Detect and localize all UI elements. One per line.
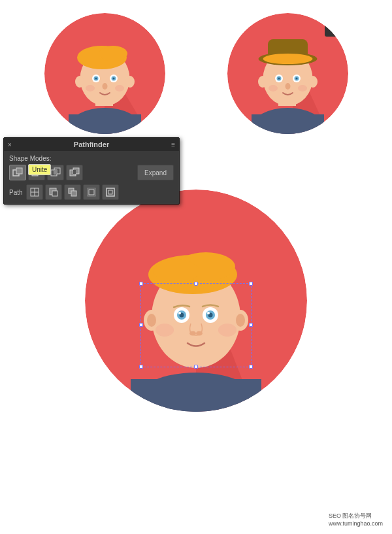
- svg-point-29: [308, 76, 318, 88]
- svg-point-71: [147, 314, 156, 327]
- svg-point-16: [102, 83, 107, 90]
- svg-rect-45: [54, 170, 57, 174]
- outline-icon: [105, 187, 116, 197]
- intersect-icon: [50, 167, 61, 178]
- cursor-icon-badge: ⌖: [325, 18, 343, 37]
- avatar-top-right: ⌖: [227, 13, 348, 134]
- svg-point-14: [95, 78, 97, 80]
- svg-point-83: [155, 324, 174, 337]
- svg-point-72: [236, 314, 245, 327]
- watermark-url: www.tuminghao.com: [329, 520, 383, 527]
- divide-icon: [29, 187, 40, 197]
- crop-icon: [86, 187, 97, 197]
- svg-point-18: [115, 85, 124, 92]
- exclude-button[interactable]: [66, 165, 83, 180]
- svg-point-17: [86, 85, 95, 92]
- avatar-top-left-svg: [44, 13, 165, 134]
- watermark-text: SEO 图名协号网: [329, 512, 372, 519]
- panel-body: Shape Modes: Unite: [4, 151, 179, 204]
- unite-icon: [12, 167, 23, 178]
- unite-button[interactable]: Unite: [9, 165, 26, 180]
- svg-rect-59: [108, 190, 112, 194]
- pathfinders-row: Path: [9, 184, 174, 200]
- exclude-icon: [69, 167, 80, 178]
- svg-point-28: [258, 76, 267, 88]
- panel-titlebar: × Pathfinder ≡: [4, 138, 179, 151]
- shape-modes-row: Unite: [9, 165, 174, 180]
- svg-point-79: [178, 312, 181, 314]
- svg-point-82: [196, 331, 203, 336]
- svg-point-84: [218, 324, 237, 337]
- expand-button[interactable]: Expand: [137, 165, 174, 180]
- svg-point-37: [269, 85, 278, 92]
- avatar-top-left: [44, 13, 165, 134]
- panel-menu-icon[interactable]: ≡: [171, 141, 175, 148]
- svg-point-9: [125, 76, 135, 88]
- crop-button[interactable]: [83, 184, 100, 200]
- svg-rect-58: [106, 188, 114, 196]
- pathfinders-label: Path: [9, 189, 23, 196]
- trim-button[interactable]: [45, 184, 62, 200]
- svg-point-36: [285, 83, 290, 90]
- svg-rect-56: [89, 190, 94, 195]
- svg-point-15: [112, 78, 114, 80]
- outline-button[interactable]: [102, 184, 119, 200]
- divide-button[interactable]: [26, 184, 43, 200]
- svg-rect-40: [16, 168, 22, 174]
- tooltip-unite: Unite: [28, 164, 51, 175]
- cursor-icon: ⌖: [331, 22, 336, 33]
- svg-rect-48: [73, 170, 76, 174]
- svg-rect-3: [69, 114, 141, 134]
- svg-point-80: [207, 312, 210, 314]
- svg-rect-53: [52, 191, 57, 196]
- svg-point-27: [263, 54, 312, 64]
- shape-modes-label: Shape Modes:: [9, 155, 174, 162]
- watermark: SEO 图名协号网 www.tuminghao.com: [325, 510, 387, 529]
- top-section: ⌖: [0, 0, 392, 144]
- trim-icon: [48, 187, 59, 197]
- svg-point-38: [298, 85, 307, 92]
- avatar-bottom-svg: [85, 190, 307, 412]
- merge-button[interactable]: [64, 184, 81, 200]
- panel-close-icon[interactable]: ×: [8, 141, 12, 148]
- bottom-section: [0, 163, 392, 438]
- svg-point-35: [295, 78, 297, 80]
- pathfinder-panel: × Pathfinder ≡ Shape Modes: Unite: [3, 137, 180, 205]
- panel-title: Pathfinder: [74, 141, 109, 148]
- svg-rect-22: [252, 114, 324, 134]
- svg-rect-55: [71, 191, 76, 196]
- svg-point-68: [154, 259, 199, 283]
- svg-point-7: [99, 46, 127, 61]
- svg-point-81: [189, 331, 196, 336]
- avatar-bottom: [85, 190, 307, 412]
- svg-point-8: [75, 76, 84, 88]
- svg-point-34: [278, 78, 280, 80]
- svg-rect-63: [131, 379, 261, 412]
- merge-icon: [67, 187, 78, 197]
